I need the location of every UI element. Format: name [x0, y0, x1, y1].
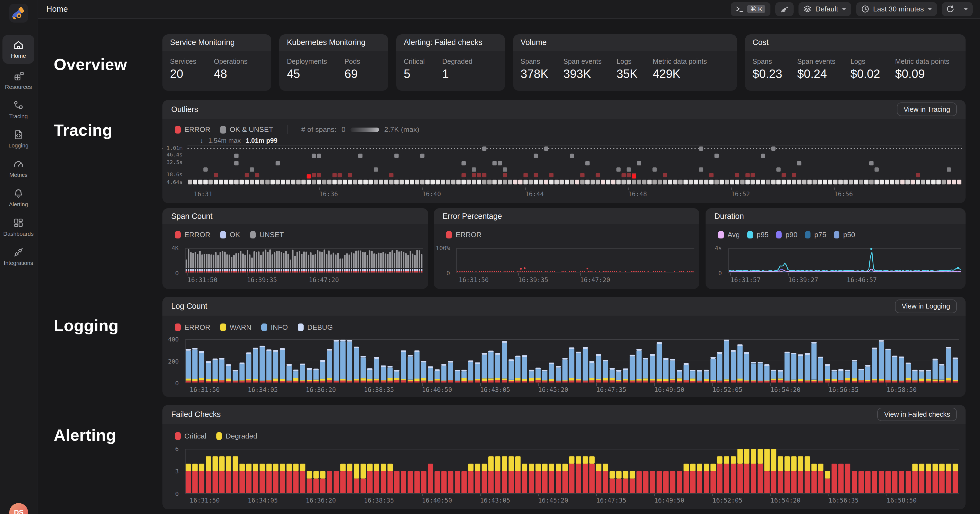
stat-value: $0.09: [895, 67, 950, 81]
legend-item[interactable]: UNSET: [250, 231, 284, 239]
span-count-chart[interactable]: [185, 248, 423, 273]
legend-item[interactable]: ERROR: [175, 231, 210, 239]
chevron-down-icon: [964, 8, 968, 10]
legend-item[interactable]: OK: [220, 231, 240, 239]
telescope-button[interactable]: [775, 2, 794, 16]
legend: ERRORWARNINFODEBUG: [175, 323, 333, 332]
legend-item[interactable]: p75: [805, 231, 826, 239]
card-title: Volume: [513, 34, 737, 51]
command-palette-button[interactable]: ⌘ K: [731, 2, 770, 16]
legend-item[interactable]: ERROR: [175, 323, 210, 332]
stat: Logs $0.02: [851, 57, 880, 82]
tracing-icon: [13, 100, 24, 111]
sidebar-item-alerting[interactable]: Alerting: [0, 183, 37, 213]
view-in-tracing-button[interactable]: View in Tracing: [897, 102, 957, 116]
outliers-panel: Outliers View in Tracing ERROROK & UNSET…: [162, 100, 966, 203]
error-percentage-chart[interactable]: [456, 248, 694, 273]
stat-value: $0.02: [851, 67, 880, 81]
duration-panel: Duration Avgp95p90p75p50 4s0 16:31:5716:…: [706, 208, 966, 289]
breadcrumb: Home: [45, 4, 68, 14]
resources-icon: [13, 71, 24, 82]
view-in-logging-button[interactable]: View in Logging: [895, 299, 957, 313]
stat-label: Operations: [214, 57, 247, 65]
stat-value: 429K: [653, 67, 707, 81]
sidebar-item-dashboards[interactable]: Dashboards: [0, 213, 37, 242]
sidebar-item-integrations[interactable]: Integrations: [0, 242, 37, 271]
stat: Spans 378K: [520, 57, 548, 82]
error-percentage-panel: Error Percentage ERROR 100%0 16:31:5016:…: [434, 208, 700, 289]
error-x-axis: 16:31:5016:39:3516:47:20: [456, 274, 694, 284]
legend-item[interactable]: p90: [776, 231, 797, 239]
legend-item[interactable]: Degraded: [216, 432, 257, 441]
stat: Metric data points $0.09: [895, 57, 950, 82]
toolbar: ⌘ K Default Last 30 minutes: [731, 2, 972, 16]
stat-value: 69: [344, 67, 360, 81]
overview-cards: Service Monitoring Services 20 Operation…: [162, 34, 966, 91]
panel-title: Error Percentage: [442, 212, 502, 221]
app-root: Home ⌘ K Default: [0, 0, 980, 514]
stat: Critical 5: [404, 57, 425, 82]
stat-label: Logs: [851, 57, 880, 65]
stat-label: Pods: [344, 57, 360, 65]
environment-label: Default: [815, 5, 838, 13]
error-y-axis: 100%0: [435, 248, 454, 273]
span-count-scale: # of spans: 0 2.7K (max): [301, 126, 419, 134]
time-range-selector[interactable]: Last 30 minutes: [856, 2, 937, 16]
panel-title: Log Count: [171, 302, 207, 311]
legend-item[interactable]: OK & UNSET: [220, 126, 273, 134]
sidebar-item-resources[interactable]: Resources: [0, 66, 37, 95]
environment-selector[interactable]: Default: [799, 2, 851, 16]
sidebar-item-logging[interactable]: Logging: [0, 124, 37, 154]
stat-value: $0.24: [797, 67, 835, 81]
shortcut-badge: ⌘ K: [747, 5, 765, 13]
clock-icon: [861, 5, 869, 13]
logging-icon: [13, 129, 24, 140]
outliers-heatmap[interactable]: [188, 146, 962, 186]
stat: Degraded 1: [442, 57, 473, 82]
duration-chart[interactable]: [728, 248, 961, 273]
legend-item[interactable]: ERROR: [175, 126, 210, 134]
legend-item[interactable]: DEBUG: [298, 323, 333, 332]
stat-label: Critical: [404, 57, 425, 65]
legend-item[interactable]: Avg: [718, 231, 740, 239]
view-in-failed-checks-button[interactable]: View in Failed checks: [877, 408, 957, 421]
time-range-label: Last 30 minutes: [873, 5, 924, 13]
legend: ERROROKUNSET: [175, 231, 284, 239]
legend-item[interactable]: Critical: [175, 432, 206, 441]
user-avatar[interactable]: DS: [9, 503, 28, 514]
legend-item[interactable]: WARN: [220, 323, 251, 332]
sidebar-item-home[interactable]: Home: [2, 35, 34, 64]
stat-value: 45: [287, 67, 327, 81]
stat: Deployments 45: [287, 57, 327, 82]
legend-item[interactable]: p95: [747, 231, 768, 239]
section-title-overview: Overview: [54, 55, 127, 74]
sidebar-item-metrics[interactable]: Metrics: [0, 154, 37, 183]
legend-item[interactable]: INFO: [261, 323, 288, 332]
card-title: Service Monitoring: [162, 34, 271, 51]
stat-label: Span events: [797, 57, 835, 65]
app-logo[interactable]: [9, 4, 28, 22]
stat-label: Spans: [752, 57, 782, 65]
refresh-interval-button[interactable]: [959, 2, 972, 16]
duration-x-axis: 16:31:5716:39:2716:46:57: [728, 274, 961, 284]
card: Kubernetes Monitoring Deployments 45 Pod…: [279, 34, 388, 91]
failed-checks-chart[interactable]: [185, 449, 959, 494]
failed-checks-panel: Failed Checks View in Failed checks Crit…: [162, 405, 966, 509]
top-bar: Home ⌘ K Default: [38, 0, 980, 19]
card: Cost Spans $0.23 Span events $0.24 Logs …: [745, 34, 966, 91]
legend: ERROR: [446, 231, 482, 239]
stat-value: 35K: [616, 67, 638, 81]
log-count-chart[interactable]: [185, 339, 959, 383]
section-title-logging: Logging: [54, 316, 119, 335]
card-title: Alerting: Failed checks: [396, 34, 505, 51]
sidebar: Home Resources Tracing Logging Metrics A…: [0, 0, 38, 514]
refresh-button[interactable]: [942, 2, 959, 16]
stat-value: 393K: [563, 67, 601, 81]
log-count-panel: Log Count View in Logging ERRORWARNINFOD…: [162, 297, 966, 397]
duration-y-axis: 4s0: [707, 248, 726, 273]
legend-item[interactable]: ERROR: [446, 231, 482, 239]
sidebar-item-tracing[interactable]: Tracing: [0, 95, 37, 124]
stat-value: 48: [214, 67, 247, 81]
legend-item[interactable]: p50: [834, 231, 855, 239]
stat-label: Span events: [563, 57, 601, 65]
